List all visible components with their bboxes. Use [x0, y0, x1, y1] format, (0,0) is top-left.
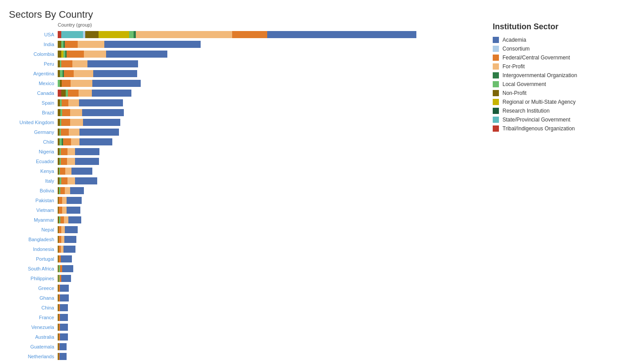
bar-segments [58, 197, 82, 204]
legend-label: Regional or Multi-State Agency [502, 99, 576, 105]
legend-swatch [493, 125, 499, 132]
bar-segments [58, 80, 141, 87]
legend-swatch [493, 55, 499, 61]
country-label: Netherlands [9, 354, 58, 359]
bar-segment [67, 197, 82, 204]
country-label: Italy [9, 178, 58, 184]
bar-segment [74, 70, 93, 77]
bar-row: Ecuador [9, 157, 484, 166]
bar-segment [65, 41, 78, 48]
country-label: China [9, 305, 58, 310]
bar-segments [58, 187, 84, 194]
bar-row: Bolivia [9, 186, 484, 195]
legend-title: Institution Sector [493, 22, 608, 31]
bar-row: Kenya [9, 167, 484, 176]
bar-segment [61, 226, 65, 233]
bar-row: Canada [9, 89, 484, 98]
bar-row: Netherlands [9, 352, 484, 361]
bar-row: Nepal [9, 225, 484, 234]
bar-segment [60, 216, 64, 223]
bar-segments [58, 129, 119, 136]
bar-row: Ghana [9, 294, 484, 302]
country-label: Greece [9, 286, 58, 291]
legend-label: Federal/Central Government [502, 55, 570, 61]
country-label: Nepal [9, 227, 58, 232]
legend-swatch [493, 90, 499, 96]
bar-row: Myanmar [9, 215, 484, 224]
bar-segment [79, 99, 123, 106]
bar-segment [60, 304, 68, 311]
legend-label: Academia [502, 37, 526, 43]
bar-segment [67, 177, 75, 184]
legend-label: For-Profit [502, 63, 525, 70]
bar-segment [65, 187, 70, 194]
legend: Institution Sector AcademiaConsortiumFed… [484, 9, 608, 364]
country-label: Philippines [9, 276, 58, 281]
country-label: Brazil [9, 110, 58, 115]
bar-segment [71, 168, 92, 175]
bar-segment [78, 41, 104, 48]
country-label: Ghana [9, 295, 58, 301]
bar-segment [61, 31, 83, 38]
bar-segments [58, 99, 123, 106]
legend-item: Tribal/Indigenous Organization [493, 125, 608, 132]
bar-row: Portugal [9, 254, 484, 263]
legend-swatch [493, 72, 499, 78]
bar-segments [58, 255, 72, 262]
country-label: Canada [9, 90, 58, 96]
bar-segment [71, 80, 92, 87]
bar-row: India [9, 40, 484, 49]
bar-segment [58, 41, 61, 48]
bar-segments [58, 168, 92, 175]
bar-segments [58, 236, 76, 243]
bar-segment [68, 99, 79, 106]
bar-segment [60, 187, 65, 194]
bar-segment [59, 353, 67, 360]
bar-segment [93, 70, 137, 77]
bar-segment [79, 138, 112, 145]
bar-segment [85, 31, 99, 38]
bar-segment [129, 31, 134, 38]
legend-item: State/Provincial Government [493, 117, 608, 123]
bar-segment [60, 285, 69, 292]
bar-segment [83, 119, 120, 126]
bar-segment [71, 138, 80, 145]
bar-segment [61, 90, 66, 97]
bar-segment [70, 119, 83, 126]
bar-chart: USAIndiaColombiaPeruArgentinaMexicoCanad… [9, 30, 484, 362]
legend-item: Regional or Multi-State Agency [493, 99, 608, 105]
bar-segment [68, 216, 82, 223]
bar-segment [61, 129, 69, 136]
bar-segments [58, 333, 68, 341]
bar-row: Venezuela [9, 323, 484, 332]
bar-row: Mexico [9, 79, 484, 88]
bar-row: Germany [9, 128, 484, 137]
bar-segments [58, 275, 71, 282]
bar-segments [58, 41, 201, 48]
bar-row: Vietnam [9, 206, 484, 215]
chart-title: Sectors By Country [9, 9, 484, 20]
bar-segment [70, 109, 83, 116]
bar-segment [61, 158, 67, 165]
country-label: United Kingdom [9, 120, 58, 125]
country-label: Australia [9, 334, 58, 340]
bar-segment [65, 168, 71, 175]
bar-segment [67, 148, 75, 155]
bar-segment [61, 119, 70, 126]
bar-segments [58, 285, 69, 292]
country-label: Ecuador [9, 159, 58, 164]
country-label: Myanmar [9, 217, 58, 223]
bar-segment [106, 51, 167, 58]
bar-segment [79, 90, 92, 97]
legend-label: Non-Profit [502, 90, 526, 96]
country-label: Indonesia [9, 247, 58, 252]
bar-segment [62, 207, 67, 214]
legend-item: For-Profit [493, 63, 608, 70]
bar-row: USA [9, 30, 484, 39]
country-label: USA [9, 32, 58, 37]
bar-segment [64, 236, 77, 243]
legend-label: Tribal/Indigenous Organization [502, 125, 575, 132]
bar-segment [60, 294, 69, 301]
country-label: Peru [9, 61, 58, 67]
bar-segments [58, 158, 99, 165]
